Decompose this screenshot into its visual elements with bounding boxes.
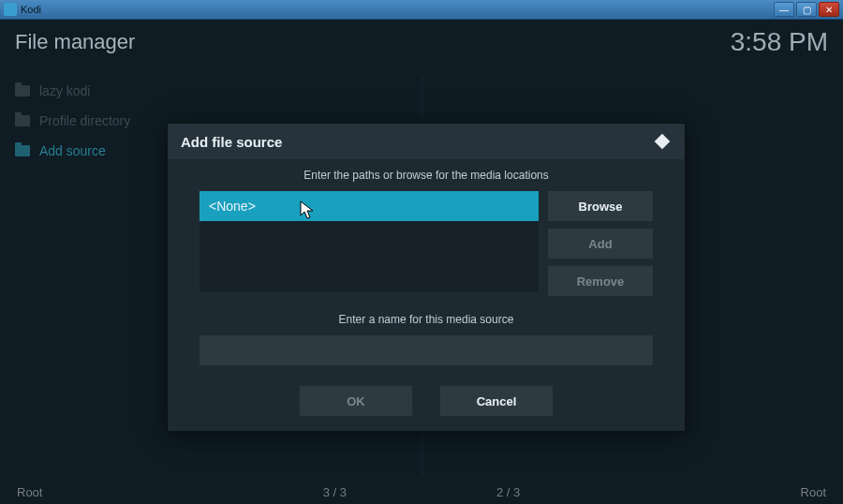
mouse-cursor-icon bbox=[300, 200, 317, 221]
window-title: Kodi bbox=[21, 4, 774, 15]
minimize-button[interactable]: — bbox=[774, 2, 794, 17]
path-action-buttons: Browse Add Remove bbox=[548, 191, 653, 296]
sidebar-item-label: Add source bbox=[39, 143, 106, 158]
left-count: 3 / 3 bbox=[323, 485, 347, 499]
left-root-label: Root bbox=[17, 485, 42, 499]
dialog-header: Add file source bbox=[168, 124, 685, 159]
app-body: File manager 3:58 PM lazy kodi Profile d… bbox=[0, 20, 843, 504]
ok-button[interactable]: OK bbox=[300, 386, 412, 416]
left-file-list: lazy kodi Profile directory Add source bbox=[15, 76, 165, 166]
page-title: File manager bbox=[15, 30, 135, 54]
dialog-title: Add file source bbox=[181, 134, 282, 150]
path-value: <None> bbox=[209, 199, 256, 214]
cancel-button[interactable]: Cancel bbox=[440, 386, 553, 416]
app-icon bbox=[4, 3, 17, 16]
item-counts: 3 / 3 2 / 3 bbox=[323, 485, 521, 499]
maximize-button[interactable]: ▢ bbox=[796, 2, 817, 17]
status-bar: Root 3 / 3 2 / 3 Root bbox=[0, 480, 843, 504]
path-row-selected[interactable]: <None> bbox=[200, 191, 539, 221]
folder-icon bbox=[15, 85, 30, 96]
source-name-input[interactable] bbox=[200, 335, 653, 365]
window-controls: — ▢ ✕ bbox=[774, 2, 839, 17]
close-button[interactable]: ✕ bbox=[819, 2, 839, 17]
header: File manager 3:58 PM bbox=[0, 20, 843, 65]
paths-prompt: Enter the paths or browse for the media … bbox=[200, 169, 653, 182]
remove-button[interactable]: Remove bbox=[548, 266, 653, 296]
sidebar-item-lazy-kodi[interactable]: lazy kodi bbox=[15, 76, 165, 106]
sidebar-item-label: lazy kodi bbox=[39, 83, 90, 98]
kodi-logo-icon bbox=[653, 132, 672, 151]
name-prompt: Enter a name for this media source bbox=[200, 313, 653, 326]
right-root-label: Root bbox=[801, 485, 826, 499]
folder-icon bbox=[15, 145, 30, 156]
window-titlebar: Kodi — ▢ ✕ bbox=[0, 0, 843, 20]
sidebar-item-add-source[interactable]: Add source bbox=[15, 136, 165, 166]
paths-list[interactable]: <None> bbox=[200, 191, 539, 292]
dialog-body: Enter the paths or browse for the media … bbox=[168, 159, 685, 431]
add-file-source-dialog: Add file source Enter the paths or brows… bbox=[167, 123, 686, 432]
browse-button[interactable]: Browse bbox=[548, 191, 653, 221]
right-count: 2 / 3 bbox=[496, 485, 520, 499]
clock: 3:58 PM bbox=[731, 27, 828, 57]
add-button[interactable]: Add bbox=[548, 229, 653, 259]
dialog-footer: OK Cancel bbox=[200, 386, 653, 416]
sidebar-item-profile-dir[interactable]: Profile directory bbox=[15, 106, 165, 136]
sidebar-item-label: Profile directory bbox=[39, 113, 130, 128]
folder-icon bbox=[15, 115, 30, 126]
paths-area: <None> Browse Add Remove bbox=[200, 191, 653, 296]
